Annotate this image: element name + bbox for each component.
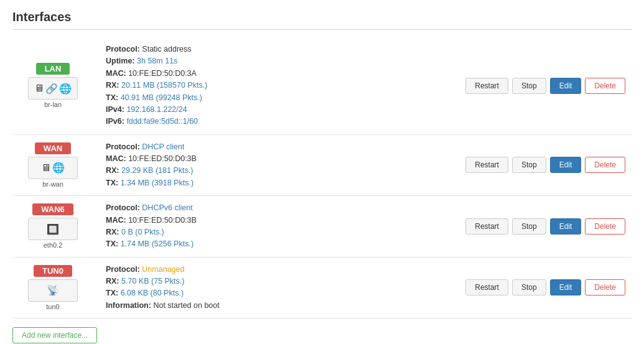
network-icon: 🖥	[34, 83, 44, 94]
delete-button-lan[interactable]: Delete	[585, 78, 625, 94]
edit-button-lan[interactable]: Edit	[550, 78, 582, 94]
stop-button-wan[interactable]: Stop	[512, 157, 546, 173]
network-icon-2: 🔗	[45, 83, 58, 95]
delete-button-wan[interactable]: Delete	[585, 157, 625, 173]
interface-icon-wan6: 🔲	[28, 218, 78, 240]
interface-info-wan6: Protocol: DHCPv6 client MAC: 10:FE:ED:50…	[106, 202, 457, 251]
restart-button-wan[interactable]: Restart	[465, 157, 508, 173]
interface-info-wan: Protocol: DHCP client MAC: 10:FE:ED:50:D…	[106, 141, 457, 190]
delete-button-wan6[interactable]: Delete	[585, 218, 625, 235]
edit-button-tun0[interactable]: Edit	[550, 279, 582, 295]
page-container: Interfaces LAN 🖥 🔗 🌐 br-lan Protocol: St…	[0, 0, 644, 344]
interface-sub-tun0: tun0	[46, 303, 59, 310]
stop-button-wan6[interactable]: Stop	[512, 218, 546, 235]
interface-row-wan: WAN 🖥 🌐 br-wan Protocol: DHCP client MAC…	[12, 135, 632, 197]
stop-button-lan[interactable]: Stop	[512, 78, 546, 94]
interface-badge-wan: WAN 🖥 🌐 br-wan	[12, 142, 93, 188]
network-icon-tun0: 📡	[47, 284, 59, 296]
interface-label-tun0: TUN0	[34, 265, 72, 277]
interface-icon-tun0: 📡	[28, 279, 78, 302]
restart-button-tun0[interactable]: Restart	[465, 279, 508, 295]
interface-actions-wan: Restart Stop Edit Delete	[457, 157, 632, 173]
edit-button-wan6[interactable]: Edit	[550, 218, 582, 235]
delete-button-tun0[interactable]: Delete	[585, 279, 625, 295]
interface-list: LAN 🖥 🔗 🌐 br-lan Protocol: Static addres…	[12, 37, 632, 318]
interface-actions-tun0: Restart Stop Edit Delete	[457, 279, 632, 295]
network-icon-wan6: 🔲	[47, 223, 59, 235]
interface-actions-lan: Restart Stop Edit Delete	[457, 78, 632, 94]
edit-button-wan[interactable]: Edit	[550, 157, 582, 173]
interface-info-tun0: Protocol: Unmanaged RX: 5.70 KB (75 Pkts…	[106, 264, 457, 312]
interface-label-wan6: WAN6	[32, 203, 73, 215]
interface-icon-wan: 🖥 🌐	[28, 157, 78, 179]
interface-label-lan: LAN	[36, 63, 70, 75]
interface-label-wan: WAN	[35, 142, 71, 154]
interface-actions-wan6: Restart Stop Edit Delete	[457, 218, 632, 235]
interface-badge-lan: LAN 🖥 🔗 🌐 br-lan	[12, 63, 93, 108]
add-interface-button[interactable]: Add new interface...	[12, 327, 97, 343]
network-icon-wan-2: 🌐	[52, 162, 65, 174]
interface-icon-lan: 🖥 🔗 🌐	[28, 77, 78, 100]
interface-row-wan6: WAN6 🔲 eth0.2 Protocol: DHCPv6 client MA…	[12, 196, 632, 258]
stop-button-tun0[interactable]: Stop	[512, 279, 546, 295]
network-icon-3: 🌐	[59, 83, 72, 95]
interface-badge-wan6: WAN6 🔲 eth0.2	[12, 203, 93, 249]
network-icon-wan: 🖥	[41, 162, 51, 174]
page-title: Interfaces	[12, 10, 632, 30]
restart-button-lan[interactable]: Restart	[465, 78, 508, 94]
interface-sub-wan: br-wan	[42, 180, 63, 188]
restart-button-wan6[interactable]: Restart	[465, 218, 508, 235]
interface-row: LAN 🖥 🔗 🌐 br-lan Protocol: Static addres…	[12, 37, 632, 135]
interface-sub-lan: br-lan	[44, 101, 62, 108]
interface-badge-tun0: TUN0 📡 tun0	[12, 265, 93, 310]
interface-info-lan: Protocol: Static address Uptime: 3h 58m …	[106, 44, 457, 128]
interface-row-tun0: TUN0 📡 tun0 Protocol: Unmanaged RX: 5.70…	[12, 258, 632, 319]
interface-sub-wan6: eth0.2	[44, 241, 63, 249]
